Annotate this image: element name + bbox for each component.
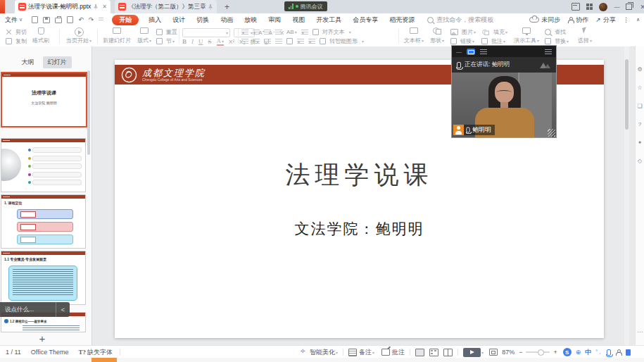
justify-icon[interactable] [275,39,282,44]
close-window-icon[interactable]: ✕ [640,4,644,11]
zoom-slider[interactable] [526,351,550,353]
user-avatar[interactable] [599,3,607,11]
bold-button[interactable]: B [182,38,187,45]
meeting-indicator[interactable]: 腾讯会议 [284,1,327,11]
align-left-icon[interactable] [241,39,248,44]
shape-button[interactable]: 形状 [428,27,446,44]
ribbon-tab-animation[interactable]: 动画 [215,15,239,25]
section-button[interactable]: 节 [156,37,175,45]
slide-thumbnail-4[interactable]: 1.1 专业情况-专业发展前景 [1,251,86,305]
slide-sorter-view-icon[interactable] [429,349,438,356]
picture-button[interactable]: 图片 [450,28,476,36]
superscript-button[interactable]: X² [229,39,234,45]
zoom-in-icon[interactable]: + [553,349,557,356]
text-direction-button[interactable]: AB [286,29,297,35]
meeting-list-icon[interactable] [480,49,487,54]
line-spacing-icon[interactable] [301,30,308,35]
theme-name[interactable]: Office Theme [31,349,69,356]
presentation-tools-button[interactable]: 演示工具 [512,27,541,44]
comments-button[interactable]: 批注 [381,348,405,357]
decrease-indent-icon[interactable] [264,30,271,35]
customize-toolbar-icon[interactable] [99,18,103,22]
slideshow-play-button[interactable] [463,348,481,357]
more-options-icon[interactable]: ⋮ [623,16,629,23]
resize-handle[interactable] [548,129,555,137]
pin-icon[interactable] [93,4,99,10]
insert-comment-button[interactable]: 批注 [481,37,505,45]
minimize-icon[interactable]: — [614,4,619,10]
cut-button[interactable]: 剪切 [6,28,27,36]
normal-view-icon[interactable] [415,349,424,356]
reading-view-icon[interactable] [443,349,453,356]
slide-subtitle[interactable]: 文法学院：鲍明明 [115,219,604,239]
tab-slides[interactable]: 幻灯片 [43,56,72,68]
slide-thumbnail-1[interactable]: 法理学说课 文法学院 鲍明明 [1,72,87,127]
zoom-level[interactable]: 87% [502,349,514,356]
ribbon-tab-slideshow[interactable]: 放映 [239,15,263,25]
italic-button[interactable]: I [191,38,194,45]
strikethrough-button[interactable]: S [208,38,212,45]
bullet-list-icon[interactable] [241,30,248,35]
ime-account-icon[interactable] [615,349,621,356]
vertical-scrollbar[interactable] [624,46,629,345]
ime-quick-icon[interactable]: ⊕ [576,349,581,356]
schedule-icon[interactable] [572,3,580,11]
font-name-select[interactable] [182,28,230,37]
replace-button[interactable]: 替换 [545,37,569,45]
row-spacing-icon[interactable] [297,39,304,44]
file-menu[interactable]: 文件 ∨ [0,15,27,25]
new-slide-button[interactable]: 新建幻灯片 [100,27,134,44]
tab-outline[interactable]: 大纲 [20,56,36,68]
meeting-layout-icon[interactable] [467,49,475,55]
format-painter-button[interactable]: 格式刷 [32,27,49,44]
numbered-list-icon[interactable] [253,30,260,35]
ime-voice-icon[interactable] [607,349,611,356]
sync-status-button[interactable]: 未同步 [529,15,560,25]
zoom-out-icon[interactable]: − [519,349,522,356]
ribbon-tab-transition[interactable]: 切换 [191,15,215,25]
textbox-button[interactable]: 文本框 [403,27,425,44]
ime-keyboard-icon[interactable] [626,349,631,356]
more-panels-icon[interactable]: ⋯ [637,329,643,335]
undo-icon[interactable]: ↶ [78,16,84,23]
underline-button[interactable]: U [198,38,203,45]
close-tab-icon[interactable]: ✕ [102,4,107,10]
collapse-ribbon-icon[interactable]: ∧ [636,17,640,23]
ime-mode-toggle[interactable]: 中 [585,348,591,357]
fit-to-window-icon[interactable] [489,349,498,356]
font-color-button[interactable]: A [217,37,225,46]
missing-font-warning[interactable]: T? 缺失字体 [79,348,113,357]
ribbon-tab-member[interactable]: 会员专享 [347,15,384,25]
restore-window-icon[interactable] [626,4,632,10]
meeting-minimize-icon[interactable]: — [456,49,462,55]
ribbon-tab-docer[interactable]: 稻壳资源 [384,15,420,25]
properties-icon[interactable]: ⚙ [637,66,642,73]
command-search-box[interactable]: 查找命令，搜索模板 [427,15,493,25]
save-icon[interactable] [32,16,38,23]
fill-button[interactable]: 填充 [481,28,507,36]
distribute-icon[interactable] [286,38,293,44]
assistant-icon[interactable]: ✦ [638,139,643,146]
align-text-button[interactable]: 对齐文本 [312,28,351,36]
star-resources-icon[interactable]: ☆ [637,85,642,91]
ime-punctuation-icon[interactable]: °， [595,349,602,356]
reset-button[interactable]: 重置 [156,28,177,36]
wps-home-button[interactable] [0,0,5,13]
document-tab-background[interactable]: 《法理学（第二版）》第三章 [115,0,217,13]
share-button[interactable]: ↗ 分享 [595,15,616,25]
play-options-icon[interactable] [481,349,484,356]
collaborate-button[interactable]: 协作 [567,15,588,25]
column-spacing-icon[interactable] [308,39,315,44]
link-button[interactable]: 链接 [450,37,474,45]
document-tab-current[interactable]: 法理学说课-鲍明明.pptx ✕ [15,0,111,13]
scrollbar-thumb[interactable] [625,59,629,130]
redo-icon[interactable]: ↷ [89,16,94,23]
meeting-floating-window[interactable]: — 正在讲话: 鲍明明 鲍明明 [451,45,557,138]
find-button[interactable]: 查找 [545,28,566,36]
ribbon-tab-review[interactable]: 审阅 [263,15,286,25]
chat-collapse-button[interactable]: < [56,302,70,317]
panel-window-icon[interactable]: ❏ [637,103,642,109]
align-center-icon[interactable] [253,39,260,44]
add-slide-button[interactable]: + [0,332,84,344]
panel-scrollbar[interactable] [87,70,90,155]
